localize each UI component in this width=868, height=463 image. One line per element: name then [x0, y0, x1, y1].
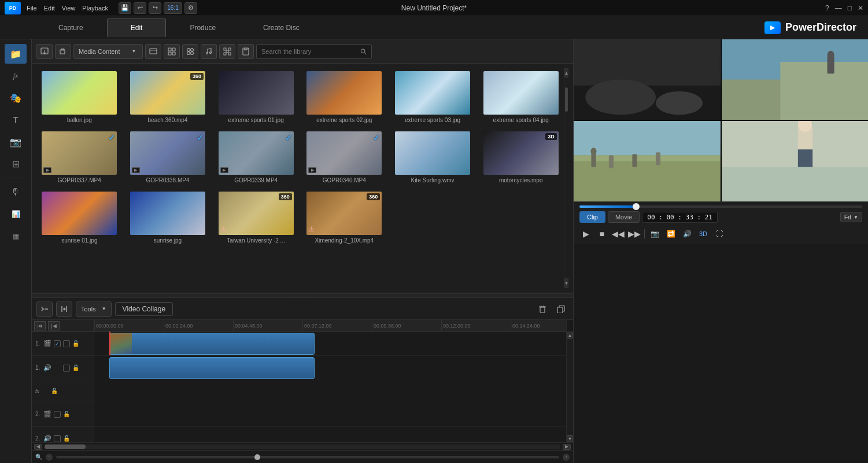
view-mode-grid[interactable]: [164, 44, 180, 59]
media-item-14[interactable]: 360⚠Taiwan University -2 ...: [213, 189, 299, 247]
stop-button[interactable]: ■: [596, 227, 608, 240]
sidebar-item-media[interactable]: 📁: [5, 44, 27, 64]
media-item-8[interactable]: ✓▶GOPR0339.MP4: [213, 128, 299, 186]
track-2-video-lock[interactable]: 🔓: [63, 411, 70, 417]
hscroll-track[interactable]: [45, 444, 560, 449]
vscroll-down[interactable]: ▼: [567, 435, 573, 442]
fit-dropdown[interactable]: Fit ▼: [840, 212, 862, 222]
vscroll-track[interactable]: [567, 339, 573, 435]
undo-button[interactable]: ↩: [134, 2, 146, 14]
redo-button[interactable]: ↪: [149, 2, 161, 14]
goto-start-button[interactable]: |◀: [48, 321, 60, 330]
slider-thumb[interactable]: [633, 203, 640, 210]
media-item-10[interactable]: Kite Surfing.wmv: [390, 128, 476, 186]
hscroll-left-button[interactable]: ◀: [34, 444, 42, 450]
sidebar-item-slideshow[interactable]: 📊: [5, 204, 27, 224]
media-item-3[interactable]: extreme sports 02.jpg: [301, 68, 387, 126]
view-mode-monitor[interactable]: [145, 44, 161, 59]
sidebar-item-voiceover[interactable]: 🎙: [5, 182, 27, 202]
plugin-button[interactable]: [55, 44, 71, 59]
track-2-audio-check[interactable]: [54, 435, 61, 442]
media-item-5[interactable]: extreme sports 04.jpg: [478, 68, 564, 126]
delete-clip-button[interactable]: [535, 302, 550, 317]
loop-button[interactable]: 🔁: [664, 227, 677, 240]
maximize-button[interactable]: □: [848, 4, 852, 12]
track-2-video-check[interactable]: [54, 411, 61, 418]
track-1-video-mute[interactable]: [63, 340, 70, 347]
media-item-15[interactable]: 360⚠Ximending-2_10X.mp4: [301, 189, 387, 247]
help-button[interactable]: ?: [825, 4, 829, 12]
track-1-audio-mute[interactable]: [63, 365, 70, 372]
sidebar-item-multicam[interactable]: ▦: [5, 226, 27, 246]
media-item-11[interactable]: 3Dmotorcycles.mpo: [478, 128, 564, 186]
track-1-audio-check[interactable]: [54, 365, 61, 372]
media-content-dropdown[interactable]: Media Content ▼: [73, 44, 143, 59]
media-item-7[interactable]: ✓▶GOPR0338.MP4: [125, 128, 211, 186]
zoom-minus-button[interactable]: −: [46, 454, 53, 461]
tab-create-disc[interactable]: Create Disc: [239, 19, 323, 37]
media-item-4[interactable]: extreme sports 03.jpg: [390, 68, 476, 126]
play-button[interactable]: ▶: [579, 227, 592, 240]
menu-file[interactable]: File: [27, 5, 37, 12]
zoom-slider-thumb[interactable]: [254, 454, 260, 460]
fx-track-check[interactable]: [42, 388, 49, 395]
music-button[interactable]: [201, 44, 217, 59]
media-item-2[interactable]: extreme sports 01.jpg: [213, 68, 299, 126]
prev-frame-button[interactable]: ◀◀: [612, 227, 625, 240]
media-item-9[interactable]: ✓▶GOPR0340.MP4: [301, 128, 387, 186]
track-1-audio-lock[interactable]: 🔓: [72, 365, 79, 371]
track-1-video-lock[interactable]: 🔓: [72, 340, 79, 347]
screenshot-button[interactable]: 📷: [648, 227, 661, 240]
volume-button[interactable]: 🔊: [681, 227, 693, 240]
zoom-out-icon[interactable]: 🔍: [35, 454, 42, 460]
track-1-video-check[interactable]: ✓: [54, 340, 61, 347]
zoom-slider[interactable]: [56, 456, 559, 458]
track-2-audio-lock[interactable]: 🔓: [63, 435, 70, 442]
settings-button[interactable]: ⚙: [184, 2, 197, 14]
menu-edit[interactable]: Edit: [44, 5, 55, 12]
hscroll-right-button[interactable]: ▶: [563, 444, 571, 450]
media-item-6[interactable]: ✓▶GOPR0337.MP4: [36, 128, 123, 186]
next-frame-button[interactable]: ▶▶: [628, 227, 641, 240]
minimize-button[interactable]: —: [835, 4, 842, 12]
clip-mode-button[interactable]: Clip: [579, 211, 605, 223]
media-item-0[interactable]: ballon.jpg: [36, 68, 123, 126]
media-item-12[interactable]: sunrise 01.jpg: [36, 189, 123, 247]
preview-progress-slider[interactable]: [579, 205, 862, 208]
fullscreen-button[interactable]: ⛶: [713, 227, 726, 240]
sidebar-item-effects[interactable]: fx: [5, 66, 27, 86]
sidebar-item-pip[interactable]: ⊞: [5, 154, 27, 174]
snap-button[interactable]: [56, 302, 72, 317]
detect-button[interactable]: [219, 44, 235, 59]
menu-playback[interactable]: Playback: [82, 5, 108, 12]
sort-button[interactable]: [182, 44, 198, 59]
close-button[interactable]: ✕: [858, 4, 863, 12]
scroll-thumb[interactable]: [565, 87, 568, 112]
vscroll-up[interactable]: ▲: [567, 332, 573, 339]
copy-button[interactable]: [553, 302, 568, 317]
menu-view[interactable]: View: [62, 5, 76, 12]
tab-produce[interactable]: Produce: [166, 19, 239, 37]
add-track-button[interactable]: [36, 302, 53, 317]
video-clip-1[interactable]: [109, 333, 315, 355]
sidebar-item-transitions[interactable]: 🎭: [5, 88, 27, 108]
hscroll-thumb[interactable]: [45, 444, 86, 449]
set-start-button[interactable]: ⏮: [34, 321, 46, 330]
fx-track-lock[interactable]: 🔓: [51, 388, 58, 394]
scroll-up-button[interactable]: ▲: [564, 68, 568, 78]
3d-toggle[interactable]: 3D: [697, 227, 710, 240]
import-button[interactable]: [36, 44, 53, 59]
tools-dropdown[interactable]: Tools ▼: [76, 302, 112, 317]
media-item-1[interactable]: 360beach 360.mp4: [125, 68, 211, 126]
sidebar-item-title[interactable]: T: [5, 110, 27, 130]
scroll-down-button[interactable]: ▼: [564, 278, 568, 288]
remove-button[interactable]: [238, 44, 254, 59]
media-item-13[interactable]: sunrise.jpg: [125, 189, 211, 247]
zoom-plus-button[interactable]: +: [563, 454, 570, 461]
search-input[interactable]: [261, 48, 358, 55]
scroll-track[interactable]: [564, 78, 568, 278]
audio-clip-1[interactable]: [109, 357, 315, 379]
sidebar-item-capture[interactable]: 📷: [5, 132, 27, 152]
movie-mode-button[interactable]: Movie: [608, 211, 640, 223]
save-button[interactable]: 💾: [119, 2, 131, 14]
